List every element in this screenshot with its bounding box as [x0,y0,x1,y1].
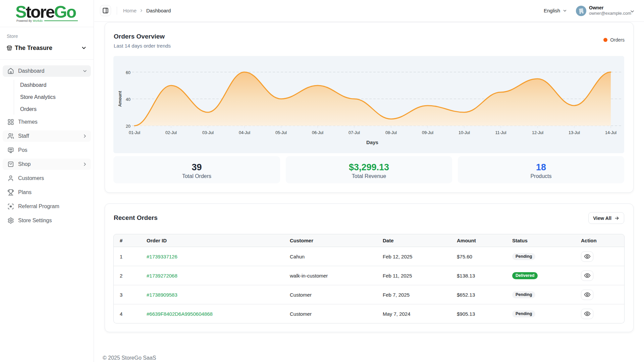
svg-text:01-Jul: 01-Jul [129,130,140,135]
svg-text:Days: Days [366,139,378,145]
svg-text:08-Jul: 08-Jul [385,130,397,135]
svg-text:10-Jul: 10-Jul [459,130,470,135]
svg-text:09-Jul: 09-Jul [422,130,433,135]
svg-text:05-Jul: 05-Jul [275,130,287,135]
svg-text:11-Jul: 11-Jul [495,130,506,135]
svg-text:03-Jul: 03-Jul [202,130,214,135]
svg-text:60: 60 [126,70,130,75]
svg-text:07-Jul: 07-Jul [348,130,360,135]
svg-text:Amount: Amount [118,91,122,107]
svg-text:04-Jul: 04-Jul [239,130,250,135]
svg-text:12-Jul: 12-Jul [532,130,543,135]
svg-text:02-Jul: 02-Jul [165,130,177,135]
svg-text:20: 20 [126,124,130,129]
svg-text:40: 40 [126,97,130,102]
svg-text:06-Jul: 06-Jul [312,130,323,135]
svg-text:14-Jul: 14-Jul [605,130,616,135]
svg-text:13-Jul: 13-Jul [569,130,580,135]
